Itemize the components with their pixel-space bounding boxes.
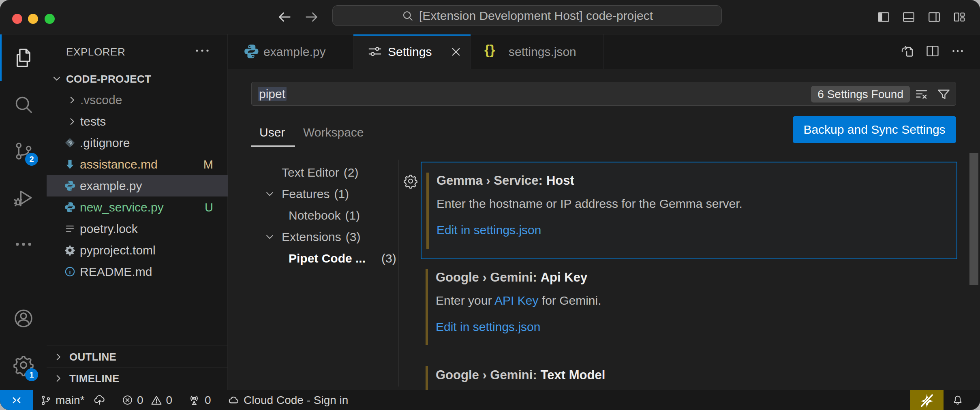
cloud-code-label: Cloud Code - Sign in — [244, 394, 348, 407]
remote-indicator[interactable] — [0, 390, 33, 410]
chevron-down-icon — [264, 188, 275, 199]
notifications-bell-icon[interactable] — [952, 390, 964, 410]
toc-item-features[interactable]: Features(1) — [228, 183, 398, 205]
setting-description: Enter your API Key for Gemini. — [436, 294, 601, 308]
tab-settings-json[interactable]: {} settings.json — [471, 34, 604, 69]
manage-settings-gear-icon[interactable]: 1 — [0, 342, 47, 388]
toggle-panel-icon[interactable] — [902, 10, 916, 24]
file-row-assistance-md[interactable]: assistance.md M — [47, 154, 228, 175]
navigate-back-icon[interactable] — [276, 9, 293, 25]
file-name: assistance.md — [80, 158, 158, 171]
ports-item[interactable]: 0 — [187, 390, 211, 410]
accounts-icon[interactable] — [0, 295, 47, 342]
search-view-icon[interactable] — [0, 81, 47, 128]
toc-divider — [398, 160, 399, 387]
explorer-view-icon[interactable] — [0, 34, 47, 81]
toggle-secondary-sidebar-icon[interactable] — [927, 10, 941, 24]
close-tab-icon[interactable] — [449, 45, 465, 61]
setting-description: Enter the hostname or IP address for the… — [437, 197, 742, 211]
more-views-icon[interactable] — [0, 221, 47, 267]
status-bar: main* 0 0 0 — [0, 390, 980, 410]
minimize-window-button[interactable] — [28, 14, 38, 24]
tab-label: example.py — [263, 45, 325, 59]
more-actions-icon[interactable] — [950, 43, 965, 59]
clear-search-filters-icon[interactable] — [914, 87, 929, 102]
filter-funnel-icon[interactable] — [936, 87, 951, 102]
settings-sliders-icon — [367, 43, 383, 60]
settings-editor: pipet 6 Settings Found User Workspace Ba… — [228, 69, 980, 390]
problems-item[interactable]: 0 0 — [122, 390, 172, 410]
file-row-readme-md[interactable]: README.md — [47, 261, 228, 282]
toc-item-notebook[interactable]: Notebook(1) — [228, 205, 398, 226]
python-file-icon — [64, 201, 76, 213]
edit-in-settings-json-link[interactable]: Edit in settings.json — [436, 320, 540, 334]
project-root-row[interactable]: CODE-PROJECT — [47, 68, 228, 89]
navigate-forward-icon[interactable] — [304, 9, 320, 25]
api-key-link[interactable]: API Key — [494, 294, 538, 307]
source-control-view-icon[interactable]: 2 — [0, 128, 47, 174]
split-editor-icon[interactable] — [925, 43, 940, 59]
zoom-window-button[interactable] — [45, 14, 55, 24]
open-settings-json-icon[interactable] — [900, 43, 915, 59]
warnings-icon — [150, 394, 163, 406]
chevron-down-icon — [264, 231, 275, 242]
text-file-icon — [64, 223, 76, 235]
settings-search-value: pipet — [258, 87, 287, 101]
file-row-gitignore[interactable]: .gitignore — [47, 132, 228, 154]
setting-row-gemini-api-key[interactable]: Google › Gemini:Api Key Enter your API K… — [421, 259, 957, 357]
modified-setting-indicator — [426, 173, 429, 249]
explorer-more-actions-icon[interactable] — [195, 45, 210, 57]
git-branch-item[interactable]: main* — [40, 390, 106, 410]
chevron-down-icon — [51, 73, 62, 84]
file-row-pyproject-toml[interactable]: pyproject.toml — [47, 239, 228, 261]
run-debug-view-icon[interactable] — [0, 174, 47, 221]
errors-icon — [122, 394, 133, 406]
file-row-tests[interactable]: tests — [47, 111, 228, 132]
git-branch-icon — [40, 394, 52, 406]
toc-item-pipet-code[interactable]: Pipet Code ... (3) — [228, 248, 398, 269]
cloud-icon — [227, 394, 240, 407]
toc-item-text-editor[interactable]: Text Editor(2) — [228, 162, 398, 183]
radio-tower-icon — [187, 393, 201, 407]
setting-row-gemma-service-host[interactable]: Gemma › Service:Host Enter the hostname … — [421, 162, 957, 259]
warning-count: 0 — [166, 394, 173, 407]
settings-count-badge: 6 Settings Found — [811, 86, 910, 102]
customize-layout-icon[interactable] — [952, 10, 966, 24]
backup-sync-settings-button[interactable]: Backup and Sync Settings — [793, 116, 956, 143]
tab-settings[interactable]: Settings — [353, 34, 471, 69]
active-scope-underline — [251, 145, 295, 147]
ports-count: 0 — [205, 394, 211, 407]
explorer-title: EXPLORER — [66, 46, 125, 58]
title-bar: [Extension Development Host] code-projec… — [0, 0, 980, 34]
file-row-poetry-lock[interactable]: poetry.lock — [47, 218, 228, 239]
source-control-badge: 2 — [25, 153, 38, 166]
scope-tab-user[interactable]: User — [259, 126, 285, 139]
command-center-label: [Extension Development Host] code-projec… — [419, 9, 653, 23]
gemini-disabled-warning-item[interactable] — [910, 390, 944, 410]
tab-example-py[interactable]: example.py — [228, 34, 353, 69]
file-row-example-py[interactable]: example.py — [47, 175, 228, 196]
file-name: pyproject.toml — [80, 243, 156, 257]
git-modified-badge: M — [203, 158, 213, 171]
vscode-window: [Extension Development Host] code-projec… — [0, 0, 980, 410]
timeline-section-header[interactable]: TIMELINE — [47, 367, 228, 389]
close-window-button[interactable] — [12, 14, 22, 24]
setting-actions-gear-icon[interactable] — [403, 173, 418, 189]
file-name: new_service.py — [80, 201, 164, 214]
cloud-code-item[interactable]: Cloud Code - Sign in — [227, 390, 348, 410]
editor-group: example.py Settings {} settings.json — [228, 34, 980, 390]
command-center-search[interactable]: [Extension Development Host] code-projec… — [332, 5, 722, 26]
file-name: tests — [80, 115, 106, 128]
chevron-right-icon — [67, 116, 77, 127]
toggle-primary-sidebar-icon[interactable] — [877, 10, 890, 24]
edit-in-settings-json-link[interactable]: Edit in settings.json — [437, 223, 541, 237]
scope-tab-workspace[interactable]: Workspace — [303, 126, 364, 139]
activity-bar: 2 1 — [0, 34, 47, 390]
toc-item-extensions[interactable]: Extensions(3) — [228, 226, 398, 248]
outline-section-header[interactable]: OUTLINE — [47, 346, 228, 367]
tab-label: settings.json — [509, 45, 576, 59]
publish-changes-icon — [93, 394, 106, 407]
settings-scrollbar[interactable] — [969, 153, 978, 285]
file-row-new-service-py[interactable]: new_service.py U — [47, 196, 228, 218]
file-row-vscode[interactable]: .vscode — [47, 89, 228, 111]
